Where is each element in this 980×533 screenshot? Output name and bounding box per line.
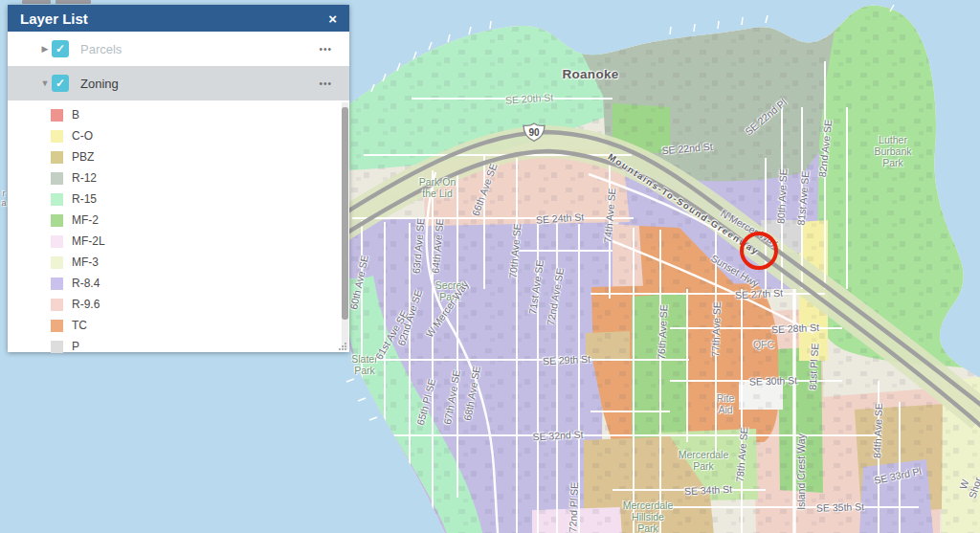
map-tool-tab[interactable]: [56, 0, 91, 4]
layer-row-zoning[interactable]: ▼ ✓ Zoning •••: [8, 66, 349, 100]
layer-menu-icon[interactable]: •••: [319, 78, 332, 89]
legend-item: P: [8, 336, 349, 357]
legend-item: PBZ: [8, 146, 349, 167]
legend-item: MF-3: [8, 252, 349, 273]
layer-label-parcels: Parcels: [80, 42, 122, 56]
panel-header: Layer List ×: [8, 5, 349, 32]
layer-row-parcels[interactable]: ▶ ✓ Parcels •••: [8, 32, 349, 66]
layer-list-panel: Layer List × ▶ ✓ Parcels ••• ▼ ✓ Zoning …: [8, 5, 349, 352]
panel-title: Layer List: [20, 11, 88, 27]
legend-item: R-15: [8, 189, 349, 210]
legend-swatch: [51, 193, 63, 206]
legend-swatch: [51, 172, 63, 185]
scrollbar-thumb[interactable]: [342, 107, 348, 320]
parcels-checkbox[interactable]: ✓: [52, 40, 69, 57]
app-window: 90 RoanokeLuther Burbank ParkPark On the…: [0, 0, 980, 533]
legend-label: R-15: [72, 192, 97, 206]
legend-item: R-9.6: [8, 294, 349, 315]
close-icon[interactable]: ×: [328, 11, 337, 26]
legend-item: TC: [8, 315, 349, 336]
zoning-overlays: [325, 0, 980, 533]
legend-label: C-O: [72, 129, 93, 143]
legend-label: P: [72, 340, 79, 353]
zoning-checkbox[interactable]: ✓: [52, 75, 69, 92]
shield-number: 90: [528, 127, 540, 138]
legend-item: B: [8, 104, 349, 125]
chevron-right-icon[interactable]: ▶: [38, 44, 52, 54]
legend-label: PBZ: [72, 150, 94, 164]
legend-swatch: [51, 130, 63, 143]
legend-swatch: [51, 109, 63, 122]
legend-swatch: [51, 299, 63, 311]
chevron-down-icon[interactable]: ▼: [38, 78, 52, 88]
legend-label: MF-2L: [72, 234, 105, 248]
legend-label: R-9.6: [72, 298, 100, 311]
resize-grip-icon[interactable]: [338, 342, 347, 351]
layer-label-zoning: Zoning: [80, 77, 119, 91]
map-tool-tab[interactable]: [22, 0, 51, 4]
legend-list: BC-OPBZR-12R-15MF-2MF-2LMF-3R-8.4R-9.6TC…: [8, 100, 349, 357]
legend-swatch: [51, 341, 63, 353]
legend-item: MF-2L: [8, 231, 349, 252]
legend-item: C-O: [8, 125, 349, 146]
legend-swatch: [51, 235, 63, 248]
legend-swatch: [51, 256, 63, 269]
legend-item: R-12: [8, 167, 349, 189]
legend-label: R-8.4: [72, 277, 100, 290]
legend-label: TC: [72, 319, 87, 332]
legend-swatch: [51, 320, 63, 332]
legend-label: MF-3: [72, 255, 99, 269]
legend-swatch: [51, 278, 63, 290]
legend-swatch: [51, 214, 63, 227]
legend-label: B: [72, 108, 79, 122]
legend-label: MF-2: [72, 213, 99, 227]
legend-item: R-8.4: [8, 273, 349, 294]
layer-menu-icon[interactable]: •••: [319, 44, 332, 55]
legend-swatch: [51, 151, 63, 164]
legend-item: MF-2: [8, 210, 349, 231]
legend-label: R-12: [72, 171, 97, 185]
panel-scrollbar[interactable]: [342, 102, 348, 349]
